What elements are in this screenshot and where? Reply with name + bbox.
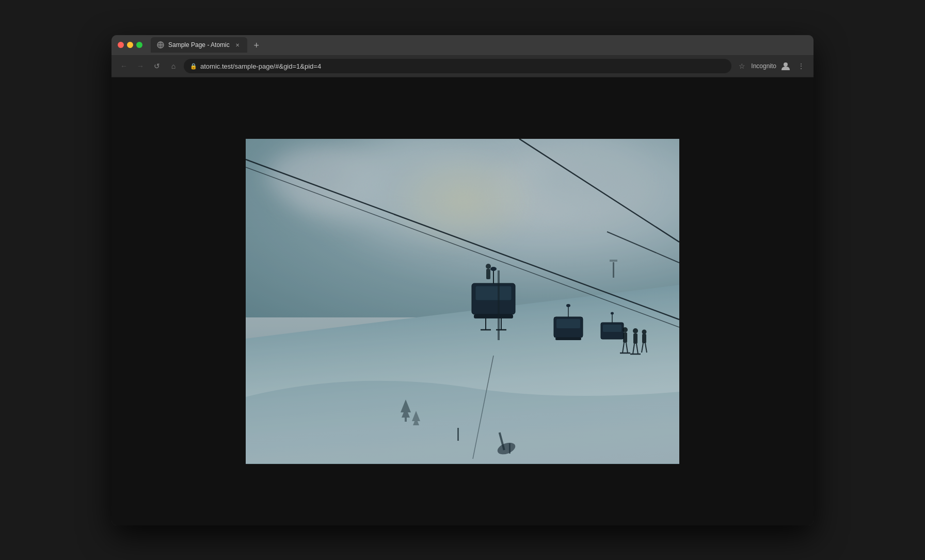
new-tab-button[interactable]: + (249, 38, 264, 53)
close-button[interactable] (118, 42, 124, 48)
reload-button[interactable]: ↺ (151, 60, 163, 72)
toolbar-right: ☆ Incognito ⋮ (736, 60, 807, 72)
incognito-icon (779, 60, 792, 72)
svg-point-4 (784, 62, 788, 67)
page-content (111, 77, 814, 525)
active-tab[interactable]: Sample Page - Atomic ✕ (151, 37, 247, 53)
bookmark-button[interactable]: ☆ (736, 60, 748, 72)
lock-icon: 🔒 (190, 63, 197, 70)
tab-favicon (157, 41, 164, 49)
tab-close-button[interactable]: ✕ (234, 41, 241, 49)
address-bar-input[interactable]: 🔒 atomic.test/sample-page/#&gid=1&pid=4 (184, 59, 731, 73)
minimize-button[interactable] (127, 42, 133, 48)
maximize-button[interactable] (136, 42, 142, 48)
home-button[interactable]: ⌂ (167, 60, 180, 72)
url-text: atomic.test/sample-page/#&gid=1&pid=4 (200, 62, 725, 70)
tab-bar: Sample Page - Atomic ✕ + (151, 37, 807, 53)
tab-title: Sample Page - Atomic (168, 41, 230, 49)
forward-button[interactable]: → (134, 60, 147, 72)
ski-lift-image (246, 139, 679, 464)
title-bar: Sample Page - Atomic ✕ + (111, 35, 814, 56)
color-overlay (246, 139, 679, 464)
address-bar: ← → ↺ ⌂ 🔒 atomic.test/sample-page/#&gid=… (111, 56, 814, 77)
menu-button[interactable]: ⋮ (795, 60, 807, 72)
incognito-label: Incognito (751, 62, 776, 70)
back-button[interactable]: ← (118, 60, 130, 72)
browser-window: Sample Page - Atomic ✕ + ← → ↺ ⌂ 🔒 atomi… (111, 35, 814, 525)
traffic-lights (118, 42, 142, 48)
